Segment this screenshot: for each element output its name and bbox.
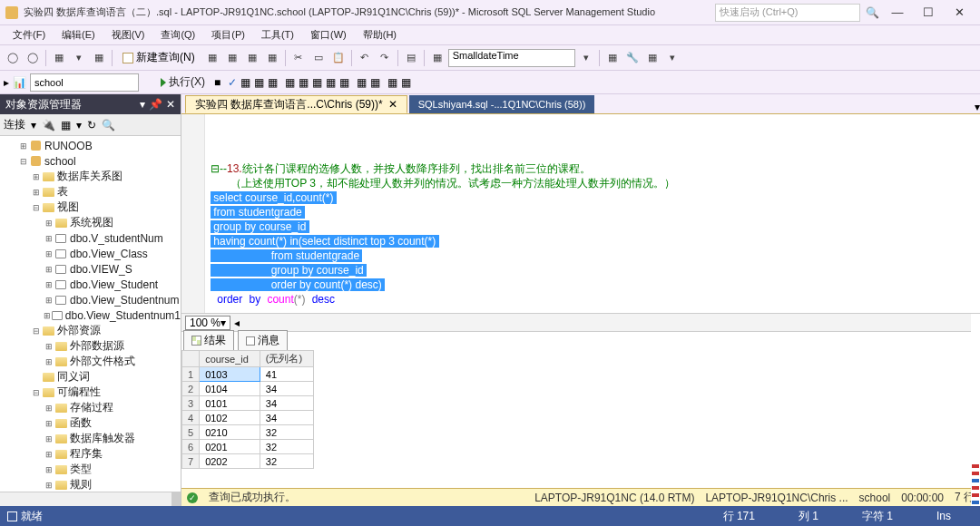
undo-icon[interactable]: ↶ <box>356 49 374 67</box>
nav-fwd-icon[interactable]: ◯ <box>24 49 42 67</box>
new-query-button[interactable]: 新建查询(N) <box>116 48 201 68</box>
maximize-button[interactable]: ☐ <box>913 4 944 22</box>
tree-node[interactable]: ⊞程序集 <box>0 446 181 462</box>
nav-back-icon[interactable]: ◯ <box>4 49 22 67</box>
conn-icon-3[interactable]: ▾ <box>76 119 82 132</box>
query-status-bar: ✓ 查询已成功执行。 LAPTOP-JR91Q1NC (14.0 RTM) LA… <box>181 488 980 506</box>
tree-node[interactable]: ⊞dbo.View_Class <box>0 246 181 261</box>
open-icon[interactable]: ▦ <box>50 49 68 67</box>
conn-icon-1[interactable]: 🔌 <box>42 119 55 132</box>
menu-item[interactable]: 视图(V) <box>104 26 152 44</box>
tbtn-1[interactable]: ▦ <box>203 49 221 67</box>
pin-icon[interactable]: ▾ <box>140 98 145 111</box>
stop-icon[interactable]: ■ <box>214 76 220 89</box>
tree-node[interactable]: ⊞数据库关系图 <box>0 169 181 184</box>
tree-node[interactable]: ⊞dbo.View_Studentnum <box>0 292 181 307</box>
results-tab[interactable]: 结果 <box>183 330 234 350</box>
menu-item[interactable]: 项目(P) <box>204 26 252 44</box>
pin2-icon[interactable]: 📌 <box>149 98 162 111</box>
tb2-2[interactable]: 📊 <box>13 76 26 89</box>
tb2-4[interactable]: ▦ <box>254 76 264 89</box>
tb2-3[interactable]: ▦ <box>240 76 250 89</box>
tree-node[interactable]: ⊞RUNOOB <box>0 138 181 153</box>
cut-icon[interactable]: ✂ <box>289 49 308 67</box>
tree-node[interactable]: ⊞系统视图 <box>0 215 181 230</box>
tree-node[interactable]: ⊞类型 <box>0 462 181 477</box>
conn-icon-4[interactable]: ↻ <box>87 119 96 132</box>
tree-node[interactable]: 同义词 <box>0 369 181 385</box>
grid-icon <box>191 336 201 346</box>
tb2-9[interactable]: ▦ <box>326 76 336 89</box>
copy-icon[interactable]: ▭ <box>309 49 328 67</box>
tab-close-icon[interactable]: ✕ <box>388 98 397 111</box>
save-all-icon[interactable]: ▦ <box>90 49 108 67</box>
tree-node[interactable]: ⊞数据库触发器 <box>0 431 181 446</box>
menu-item[interactable]: 文件(F) <box>5 26 53 44</box>
quick-launch-input[interactable]: 快速启动 (Ctrl+Q) <box>715 4 860 22</box>
tb2-12[interactable]: ▦ <box>370 76 380 89</box>
tree-node[interactable]: ⊞外部文件格式 <box>0 354 181 369</box>
menu-item[interactable]: 编辑(E) <box>54 26 103 44</box>
tree-node[interactable]: ⊞外部数据源 <box>0 338 181 354</box>
tb2-5[interactable]: ▦ <box>268 76 278 89</box>
zoom-dropdown[interactable]: 100 % ▾ <box>185 316 230 330</box>
tbtn-7[interactable]: ▾ <box>577 49 595 67</box>
tree-node[interactable]: ⊟外部资源 <box>0 323 181 338</box>
tree-node[interactable]: ⊞dbo.View_Studentnum1 <box>0 307 181 323</box>
tb2-14[interactable]: ▦ <box>401 76 411 89</box>
tbtn-6[interactable]: ▦ <box>428 49 446 67</box>
tbtn-11[interactable]: ▾ <box>663 49 681 67</box>
tab-dropdown-icon[interactable]: ▾ <box>975 101 980 113</box>
tree-node[interactable]: ⊞规则 <box>0 477 181 492</box>
tree-node[interactable]: ⊟school <box>0 153 181 169</box>
tb2-6[interactable]: ▦ <box>285 76 295 89</box>
code-editor[interactable]: ⊟--13.统计各门课程的选修人数，并按人数降序排列，找出排名前三位的课程。 （… <box>181 114 980 314</box>
tree-node[interactable]: ⊟可编程性 <box>0 385 181 400</box>
database-dropdown[interactable]: school <box>30 73 139 92</box>
tab-active[interactable]: 实验四 数据库查询语言...C\Chris (59))* ✕ <box>185 95 407 113</box>
tb2-1[interactable]: ▸ <box>4 76 9 89</box>
menu-item[interactable]: 工具(T) <box>254 26 301 44</box>
tree-node[interactable]: ⊞函数 <box>0 415 181 431</box>
connect-label[interactable]: 连接 <box>4 117 25 132</box>
search-icon[interactable]: 🔍 <box>862 4 882 22</box>
panel-close-icon[interactable]: ✕ <box>166 98 175 111</box>
tree-hscrollbar[interactable] <box>0 492 181 506</box>
menu-item[interactable]: 窗口(W) <box>303 26 354 44</box>
object-explorer-tree[interactable]: ⊞RUNOOB⊟school⊞数据库关系图⊞表⊟视图⊞系统视图⊞dbo.V_st… <box>0 136 181 492</box>
tbtn-9[interactable]: 🔧 <box>623 49 642 67</box>
conn-icon-5[interactable]: 🔍 <box>102 119 115 132</box>
tb2-7[interactable]: ▦ <box>299 76 309 89</box>
tree-node[interactable]: ⊞dbo.V_studentNum <box>0 230 181 246</box>
tbtn-2[interactable]: ▦ <box>223 49 241 67</box>
execute-button[interactable]: 执行(X) <box>155 74 211 90</box>
save-icon[interactable]: ▾ <box>70 49 88 67</box>
tbtn-5[interactable]: ▤ <box>402 49 420 67</box>
tree-node[interactable]: ⊟视图 <box>0 200 181 215</box>
tbtn-4[interactable]: ▦ <box>263 49 281 67</box>
tbtn-8[interactable]: ▦ <box>603 49 622 67</box>
tb2-11[interactable]: ▦ <box>357 76 367 89</box>
tab-inactive[interactable]: SQLshiyan4.sql -...1Q1NC\Chris (58)) <box>409 95 595 113</box>
menu-item[interactable]: 查询(Q) <box>153 26 202 44</box>
messages-tab[interactable]: 消息 <box>238 330 288 350</box>
redo-icon[interactable]: ↷ <box>376 49 394 67</box>
tree-node[interactable]: ⊞存储过程 <box>0 400 181 415</box>
close-button[interactable]: ✕ <box>944 4 975 22</box>
minimize-button[interactable]: — <box>882 4 913 22</box>
zoom-bar: 100 % ▾ ◂ ▸ <box>181 314 980 332</box>
menu-item[interactable]: 帮助(H) <box>356 26 404 44</box>
tbtn-10[interactable]: ▦ <box>643 49 662 67</box>
tb2-10[interactable]: ▦ <box>339 76 349 89</box>
tb2-13[interactable]: ▦ <box>387 76 397 89</box>
paste-icon[interactable]: 📋 <box>329 49 348 67</box>
results-grid[interactable]: course_id(无列名)10103412010434301013440102… <box>181 350 980 488</box>
parse-icon[interactable]: ✓ <box>228 76 237 89</box>
tree-node[interactable]: ⊞dbo.VIEW_S <box>0 261 181 277</box>
tbtn-3[interactable]: ▦ <box>243 49 261 67</box>
datatype-dropdown[interactable]: SmalldateTime <box>448 49 575 67</box>
conn-icon-2[interactable]: ▦ <box>61 119 71 132</box>
tb2-8[interactable]: ▦ <box>312 76 322 89</box>
tree-node[interactable]: ⊞dbo.View_Student <box>0 277 181 292</box>
tree-node[interactable]: ⊞表 <box>0 184 181 200</box>
